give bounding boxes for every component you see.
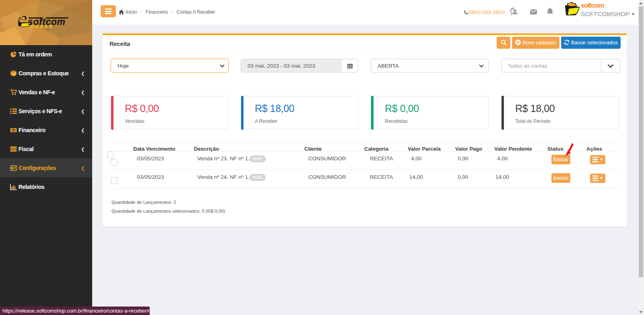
svg-text:softcom: softcom <box>28 17 66 27</box>
